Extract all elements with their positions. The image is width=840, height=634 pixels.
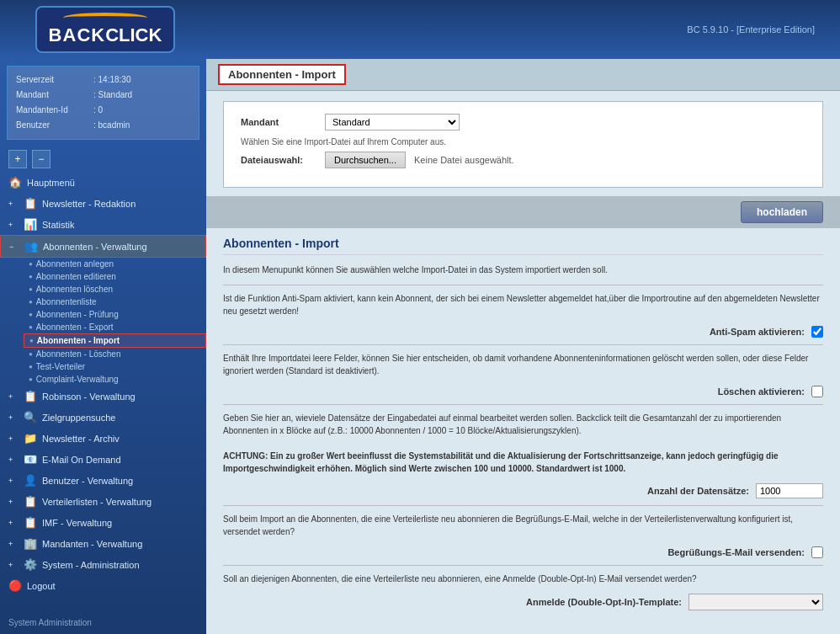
building-icon: 🏢: [24, 537, 37, 550]
divider-4: [223, 505, 823, 506]
expand-all-button[interactable]: +: [8, 150, 27, 168]
sidebar-footer: System Administration: [0, 611, 206, 634]
submenu-item-complaint[interactable]: ● Complaint-Verwaltung: [24, 373, 206, 386]
antispam-checkbox[interactable]: [811, 326, 823, 338]
content-header: Abonnenten - Import: [206, 59, 840, 91]
sidebar-item-label: Robinson - Verwaltung: [42, 392, 136, 402]
bullet-icon: ●: [29, 298, 33, 306]
divider-3: [223, 404, 823, 405]
sidebar-item-hauptmenu[interactable]: 🏠 Hauptmenü: [0, 172, 206, 193]
submenu-label: Abonnenten - Export: [36, 322, 114, 332]
import-hint: Wählen Sie eine Import-Datei auf Ihrem C…: [241, 137, 805, 147]
mandant-label: Mandant: [16, 88, 92, 102]
submenu-label: Abonnenten - Prüfung: [36, 310, 119, 319]
sidebar-item-label: Statistik: [42, 220, 75, 230]
folder-icon: 📋: [24, 390, 37, 402]
loeschen-row: Löschen aktivieren:: [223, 386, 823, 397]
sidebar-item-label: Hauptmenü: [27, 178, 75, 188]
info-block-4: Geben Sie hier an, wieviele Datensätze d…: [223, 412, 823, 475]
submenu-item-liste[interactable]: ● Abonnentenliste: [24, 296, 206, 308]
info-block-2: Ist die Funktion Anti-Spam aktiviert, ka…: [223, 292, 823, 317]
submenu-item-loeschen-sub[interactable]: ● Abonnenten löschen: [24, 283, 206, 296]
begruessung-label: Begrüßungs-E-Mail versenden:: [667, 547, 805, 557]
sidebar-icons: + −: [0, 147, 206, 172]
folder-icon: 📋: [24, 197, 37, 210]
sidebar-item-label: Newsletter - Redaktion: [42, 199, 136, 209]
sidebar-item-logout[interactable]: 🔴 Logout: [0, 575, 206, 596]
mandant-select[interactable]: Standard: [325, 114, 460, 131]
sidebar-item-zielgruppe[interactable]: + 🔍 Zielgruppensuche: [0, 407, 206, 428]
sidebar-item-abonnenten-verwaltung[interactable]: − 👥 Abonnenten - Verwaltung: [0, 235, 206, 258]
loeschen-checkbox[interactable]: [811, 386, 823, 397]
home-icon: 🏠: [8, 176, 22, 189]
sidebar-item-benutzer[interactable]: + 👤 Benutzer - Verwaltung: [0, 470, 206, 491]
sidebar-item-newsletter-redaktion[interactable]: + 📋 Newsletter - Redaktion: [0, 193, 206, 214]
content-body: Abonnenten - Import In diesem Menupunkt …: [206, 228, 840, 634]
submenu-label: Complaint-Verwaltung: [36, 375, 119, 384]
submenu-label: Abonnentenliste: [36, 297, 97, 306]
expand-icon: +: [8, 561, 19, 569]
anmelde-label: Anmelde (Double-Opt-In)-Template:: [526, 597, 682, 607]
submenu-item-editieren[interactable]: ● Abonnenten editieren: [24, 270, 206, 283]
search-icon: 🔍: [24, 411, 37, 424]
logo-arc: [63, 13, 147, 23]
expand-icon: +: [8, 540, 19, 548]
expand-icon: +: [8, 477, 19, 485]
submenu-item-pruefung[interactable]: ● Abonnenten - Prüfung: [24, 308, 206, 321]
upload-bar: hochladen: [206, 196, 840, 228]
mandant-row: Mandant Standard: [241, 114, 805, 131]
sidebar-item-label: IMF - Verwaltung: [42, 518, 112, 528]
submenu-item-import[interactable]: ● Abonnenten - Import: [24, 333, 206, 348]
expand-icon: +: [8, 456, 19, 464]
anzahl-row: Anzahl der Datensätze:: [223, 483, 823, 498]
info-block-5: Soll beim Import an die Abonnenten, die …: [223, 513, 823, 538]
divider-5: [223, 565, 823, 566]
antispam-label: Anti-Spam aktivieren:: [710, 327, 805, 337]
bullet-icon: ●: [29, 350, 33, 358]
anmelde-row: Anmelde (Double-Opt-In)-Template:: [223, 594, 823, 610]
submenu-item-test-verteiler[interactable]: ● Test-Verteiler: [24, 360, 206, 373]
expand-icon: +: [8, 392, 19, 401]
sidebar-item-email-on-demand[interactable]: + 📧 E-Mail On Demand: [0, 449, 206, 470]
mandant-field-label: Mandant: [241, 117, 316, 127]
collapse-all-button[interactable]: −: [32, 150, 51, 168]
upload-button[interactable]: hochladen: [741, 201, 823, 223]
sidebar-item-label: Newsletter - Archiv: [42, 434, 120, 444]
submenu-item-loeschen[interactable]: ● Abonnenten - Löschen: [24, 348, 206, 360]
sidebar-item-imf[interactable]: + 📋 IMF - Verwaltung: [0, 512, 206, 533]
dateiauswahl-row: Dateiauswahl: Durchsuchen... Keine Datei…: [241, 152, 805, 168]
expand-icon: +: [8, 413, 19, 422]
begruessung-checkbox[interactable]: [811, 546, 823, 558]
serverzeit-value: : 14:18:30: [93, 73, 190, 87]
loeschen-label: Löschen aktivieren:: [718, 386, 805, 397]
sidebar-item-system-admin[interactable]: + ⚙️ System - Administration: [0, 554, 206, 575]
info-block-1: In diesem Menupunkt können Sie auswählen…: [223, 264, 823, 276]
sidebar: Serverzeit : 14:18:30 Mandant : Standard…: [0, 59, 206, 634]
anzahl-input[interactable]: [756, 483, 823, 498]
email-icon: 📧: [24, 453, 37, 466]
sidebar-item-statistik[interactable]: + 📊 Statistik: [0, 214, 206, 235]
folder2-icon: 📋: [24, 516, 37, 529]
begruessung-row: Begrüßungs-E-Mail versenden:: [223, 546, 823, 558]
serverzeit-label: Serverzeit: [16, 73, 92, 87]
info-block-6: Soll an diejenigen Abonnenten, die eine …: [223, 573, 823, 585]
archive-icon: 📁: [24, 432, 37, 445]
bullet-icon: ●: [29, 376, 33, 383]
collapse-icon: −: [9, 242, 19, 251]
content: Abonnenten - Import Mandant Standard Wäh…: [206, 59, 840, 634]
submenu-item-export[interactable]: ● Abonnenten - Export: [24, 321, 206, 333]
sidebar-item-verteilerlisten[interactable]: + 📋 Verteilerlisten - Verwaltung: [0, 491, 206, 512]
sidebar-item-robinson[interactable]: + 📋 Robinson - Verwaltung: [0, 386, 206, 407]
browse-button[interactable]: Durchsuchen...: [325, 152, 406, 168]
sidebar-item-label: Logout: [27, 581, 56, 591]
submenu-item-anlegen[interactable]: ● Abonnenten anlegen: [24, 258, 206, 270]
gear-icon: ⚙️: [24, 558, 37, 571]
mandant-form-section: Mandant Standard Wählen Sie eine Import-…: [223, 101, 823, 188]
anmelde-select[interactable]: [688, 594, 823, 610]
sidebar-item-label: Mandanten - Verwaltung: [42, 539, 142, 549]
users-icon: 👥: [24, 240, 38, 253]
divider-2: [223, 344, 823, 345]
sidebar-item-label: Verteilerlisten - Verwaltung: [42, 497, 152, 507]
sidebar-item-mandanten[interactable]: + 🏢 Mandanten - Verwaltung: [0, 533, 206, 554]
sidebar-item-newsletter-archiv[interactable]: + 📁 Newsletter - Archiv: [0, 428, 206, 449]
